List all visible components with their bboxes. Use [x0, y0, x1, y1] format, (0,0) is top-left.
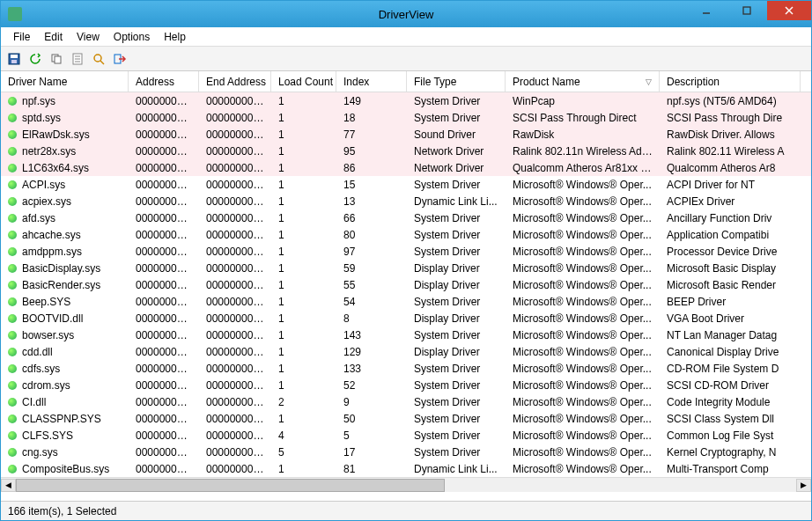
svg-rect-1 [743, 7, 750, 14]
cell-idx: 66 [336, 211, 407, 225]
table-row[interactable]: sptd.sys00000000`0...00000000`0...118Sys… [1, 109, 811, 126]
cell-addr: 00000000`0... [129, 395, 199, 409]
properties-icon[interactable] [68, 49, 87, 69]
horizontal-scrollbar[interactable]: ◀ ▶ [1, 477, 811, 492]
driver-name: BasicDisplay.sys [22, 262, 100, 275]
cell-ftype: Display Driver [407, 261, 506, 275]
table-row[interactable]: CLASSPNP.SYS00000000`0...00000000`0...15… [1, 410, 811, 427]
save-icon[interactable] [4, 49, 24, 69]
maximize-button[interactable] [727, 1, 767, 20]
table-row[interactable]: Beep.SYS00000000`0...00000000`0...154Sys… [1, 293, 811, 310]
cell-eaddr: 00000000`0... [199, 144, 271, 158]
menu-edit[interactable]: Edit [37, 29, 70, 45]
table-row[interactable]: cdrom.sys00000000`0...00000000`0...152Sy… [1, 377, 811, 393]
table-row[interactable]: BasicDisplay.sys00000000`0...00000000`0.… [1, 260, 811, 276]
column-header-product-name[interactable]: Product Name▽ [506, 71, 660, 92]
cell-prod: WinPcap [506, 94, 660, 108]
menu-file[interactable]: File [6, 29, 37, 45]
cell-desc: ACPI Driver for NT [660, 178, 801, 192]
table-row[interactable]: afd.sys00000000`0...00000000`0...166Syst… [1, 209, 811, 226]
driver-list[interactable]: Driver NameAddressEnd AddressLoad CountI… [1, 71, 811, 501]
table-row[interactable]: acpiex.sys00000000`0...00000000`0...113D… [1, 193, 811, 209]
cell-ftype: System Driver [407, 245, 506, 259]
refresh-icon[interactable] [26, 49, 45, 69]
cell-eaddr: 00000000`0... [199, 462, 271, 476]
cell-load: 4 [271, 429, 336, 443]
column-header-description[interactable]: Description [660, 71, 801, 92]
table-row[interactable]: bowser.sys00000000`0...00000000`0...1143… [1, 327, 811, 343]
scroll-thumb[interactable] [16, 479, 445, 492]
table-row[interactable]: cng.sys00000000`0...00000000`0...517Syst… [1, 444, 811, 460]
table-row[interactable]: cdd.dll00000000`0...00000000`0...1129Dis… [1, 343, 811, 360]
cell-prod: Microsoft® Windows® Oper... [506, 445, 660, 459]
driver-name: ElRawDsk.sys [22, 128, 90, 141]
driver-status-icon [8, 214, 17, 223]
scroll-right-button[interactable]: ▶ [796, 479, 811, 492]
cell-load: 1 [271, 312, 336, 326]
cell-load: 1 [271, 161, 336, 175]
cell-desc: Ancillary Function Driv [660, 211, 801, 225]
driver-status-icon [8, 314, 17, 323]
table-row[interactable]: L1C63x64.sys00000000`0...00000000`0...18… [1, 159, 811, 176]
table-row[interactable]: amdppm.sys00000000`0...00000000`0...197S… [1, 243, 811, 260]
cell-idx: 95 [336, 144, 407, 158]
column-header-driver-name[interactable]: Driver Name [1, 71, 129, 92]
table-row[interactable]: cdfs.sys00000000`0...00000000`0...1133Sy… [1, 360, 811, 377]
cell-prod: Microsoft® Windows® Oper... [506, 312, 660, 326]
table-row[interactable]: ACPI.sys00000000`0...00000000`0...115Sys… [1, 176, 811, 193]
column-header-address[interactable]: Address [129, 71, 199, 92]
cell-eaddr: 00000000`0... [199, 429, 271, 443]
cell-load: 2 [271, 395, 336, 409]
cell-idx: 13 [336, 194, 407, 209]
cell-idx: 9 [336, 395, 407, 409]
driver-status-icon [8, 97, 17, 106]
copy-icon[interactable] [47, 49, 66, 69]
cell-desc: BEEP Driver [660, 295, 801, 309]
cell-desc: VGA Boot Driver [660, 312, 801, 326]
table-row[interactable]: BOOTVID.dll00000000`0...00000000`0...18D… [1, 310, 811, 327]
column-header-index[interactable]: Index [336, 71, 407, 92]
menu-help[interactable]: Help [157, 29, 193, 45]
minimize-button[interactable] [686, 1, 727, 20]
menu-view[interactable]: View [70, 29, 107, 45]
table-row[interactable]: npf.sys00000000`0...00000000`0...1149Sys… [1, 92, 811, 109]
scroll-left-button[interactable]: ◀ [1, 479, 16, 492]
menu-options[interactable]: Options [107, 29, 157, 45]
cell-desc: Microsoft Basic Display [660, 261, 801, 275]
cell-load: 1 [271, 328, 336, 342]
column-headers: Driver NameAddressEnd AddressLoad CountI… [1, 71, 811, 92]
driver-status-icon [8, 297, 17, 306]
driver-name: ahcache.sys [22, 229, 81, 241]
cell-desc: Canonical Display Drive [660, 345, 801, 359]
cell-prod: Microsoft® Windows® Oper... [506, 378, 660, 393]
titlebar[interactable]: DriverView [1, 1, 811, 27]
cell-idx: 17 [336, 445, 407, 459]
cell-addr: 00000000`0... [129, 312, 199, 326]
exit-icon[interactable] [110, 49, 129, 69]
table-row[interactable]: CLFS.SYS00000000`0...00000000`0...45Syst… [1, 427, 811, 444]
cell-idx: 15 [336, 178, 407, 192]
table-row[interactable]: CI.dll00000000`0...00000000`0...29System… [1, 393, 811, 410]
cell-eaddr: 00000000`0... [199, 295, 271, 309]
table-row[interactable]: ahcache.sys00000000`0...00000000`0...180… [1, 226, 811, 243]
driver-status-icon [8, 364, 17, 373]
column-header-file-type[interactable]: File Type [407, 71, 506, 92]
driver-status-icon [8, 247, 17, 256]
cell-load: 1 [271, 345, 336, 359]
close-button[interactable] [767, 1, 811, 20]
find-icon[interactable] [89, 49, 108, 69]
cell-ftype: System Driver [407, 445, 506, 459]
table-row[interactable]: CompositeBus.sys00000000`0...00000000`0.… [1, 460, 811, 477]
table-row[interactable]: BasicRender.sys00000000`0...00000000`0..… [1, 276, 811, 293]
driver-name: cng.sys [22, 446, 58, 459]
scroll-track[interactable] [16, 479, 796, 492]
column-header-load-count[interactable]: Load Count [271, 71, 336, 92]
cell-desc: NT Lan Manager Datag [660, 328, 801, 342]
cell-load: 1 [271, 378, 336, 393]
column-header-end-address[interactable]: End Address [199, 71, 271, 92]
table-row[interactable]: netr28x.sys00000000`0...00000000`0...195… [1, 143, 811, 159]
cell-ftype: System Driver [407, 178, 506, 192]
cell-prod: RawDisk [506, 128, 660, 142]
table-row[interactable]: ElRawDsk.sys00000000`0...00000000`0...17… [1, 126, 811, 143]
driver-status-icon [8, 465, 17, 473]
